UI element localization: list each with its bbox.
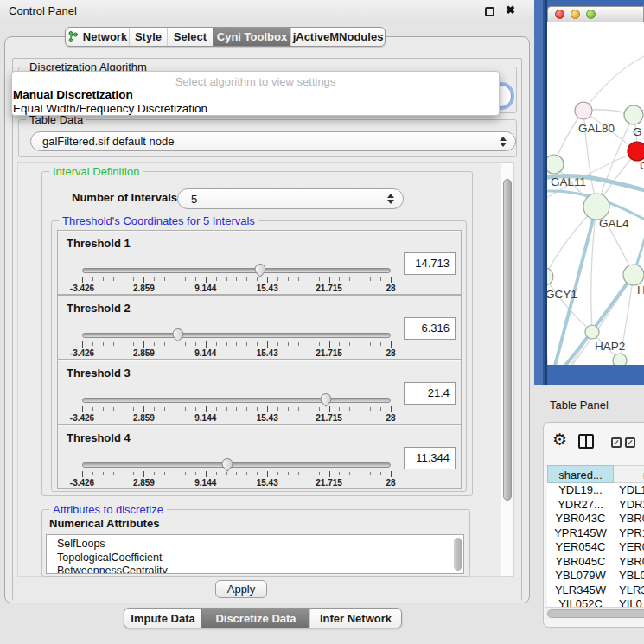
- slider-minor-ticks: [82, 407, 392, 411]
- table-row[interactable]: YIL052CYIL0: [547, 597, 644, 607]
- network-edge[interactable]: [583, 48, 644, 111]
- interval-definition-group: Interval Definition Number of Intervals …: [41, 171, 473, 496]
- table-row[interactable]: YLR345WYLR3: [547, 583, 644, 598]
- dropdown-option-equal-width-frequency[interactable]: Equal Width/Frequency Discretization: [13, 102, 207, 115]
- list-item[interactable]: BetweennessCentrality: [47, 564, 463, 574]
- numerical-attributes-label: Numerical Attributes: [49, 517, 159, 530]
- slider-thumb[interactable]: [220, 456, 235, 471]
- tab-network[interactable]: Network: [66, 28, 129, 46]
- threshold-label: Threshold 1: [67, 237, 131, 250]
- checkbox-icon[interactable]: ✓: [611, 437, 622, 448]
- network-node[interactable]: [613, 354, 627, 365]
- num-intervals-value: 5: [191, 189, 197, 209]
- tab-label: Network: [83, 30, 127, 43]
- slider-track[interactable]: [82, 333, 391, 338]
- column-header-name[interactable]: n: [614, 465, 644, 483]
- threshold-slider[interactable]: -3.4262.8599.14415.4321.71528: [82, 392, 391, 423]
- network-node-label: GAL80: [578, 122, 615, 135]
- tab-jactivemnodules[interactable]: jActiveMNodules: [290, 28, 385, 46]
- tab-style[interactable]: Style: [129, 28, 167, 46]
- scrollbar-thumb[interactable]: [547, 609, 644, 618]
- settings-scroll-viewport: Interval Definition Number of Intervals …: [17, 162, 507, 577]
- list-scrollbar-thumb[interactable]: [454, 538, 462, 571]
- table-data-group: Table Data galFiltered.sif default node: [18, 119, 517, 157]
- threshold-slider[interactable]: -3.4262.8599.14415.4321.71528: [82, 327, 391, 358]
- list-item[interactable]: TopologicalCoefficient: [47, 552, 463, 565]
- network-node-label: GAL4: [599, 217, 629, 230]
- network-node[interactable]: [583, 194, 609, 220]
- checkbox-icon[interactable]: ✓: [625, 437, 635, 448]
- list-item[interactable]: SelfLoops: [47, 535, 463, 552]
- table-panel: ⚙ ✓ ✓ shared... n YDL19...YDL1 YDR27...Y…: [543, 422, 644, 628]
- tab-select[interactable]: Select: [167, 28, 213, 46]
- network-node[interactable]: [585, 325, 599, 339]
- table-horizontal-scrollbar[interactable]: [545, 607, 644, 619]
- table-row[interactable]: YDL19...YDL1: [547, 483, 644, 498]
- threshold-value-field[interactable]: 6.316: [404, 317, 456, 340]
- threshold-value-field[interactable]: 14.713: [404, 252, 456, 275]
- tab-discretize-data[interactable]: Discretize Data: [201, 609, 309, 628]
- network-node-label: H: [637, 284, 644, 296]
- slider-thumb[interactable]: [318, 391, 334, 406]
- close-traffic-light[interactable]: [555, 10, 564, 19]
- column-header-shared[interactable]: shared...: [547, 465, 614, 483]
- slider-thumb[interactable]: [252, 261, 268, 277]
- threshold-value-field[interactable]: 11.344: [404, 447, 456, 469]
- panel-title: Control Panel: [9, 0, 77, 22]
- table-row[interactable]: YDR27...YDR2: [547, 498, 644, 513]
- network-node[interactable]: [623, 265, 644, 285]
- network-node-label: GAL11: [551, 175, 586, 188]
- slider-track[interactable]: [82, 462, 391, 468]
- num-intervals-spinner[interactable]: 5: [177, 188, 404, 209]
- settings-scrollbar[interactable]: [501, 162, 514, 577]
- table-row[interactable]: YBL079WYBL0: [547, 569, 644, 583]
- table-data-combo[interactable]: galFiltered.sif default node: [30, 131, 516, 151]
- slider-minor-ticks: [82, 277, 392, 281]
- tab-cyni-toolbox[interactable]: Cyni Toolbox: [213, 28, 290, 46]
- threshold-value-field[interactable]: 21.4: [404, 382, 456, 405]
- threshold-slider[interactable]: -3.4262.8599.14415.4321.71528: [82, 456, 391, 488]
- network-edge[interactable]: [551, 360, 620, 365]
- bottom-tab-bar: Impute Data Discretize Data Infer Networ…: [124, 608, 402, 628]
- network-window-titlebar[interactable]: [547, 6, 644, 22]
- thresholds-group: Threshold's Coordinates for 5 Intervals …: [51, 220, 467, 492]
- network-edge[interactable]: [634, 201, 644, 275]
- algorithm-dropdown-popup: Select algorithm to view settings Manual…: [11, 71, 500, 116]
- zoom-traffic-light[interactable]: [586, 10, 596, 19]
- gear-icon[interactable]: ⚙: [552, 431, 567, 449]
- table-row[interactable]: YBR045CYBR0: [547, 555, 644, 570]
- close-icon[interactable]: ✖: [506, 3, 515, 16]
- table-row[interactable]: YBR043CYBR0: [547, 512, 644, 526]
- slider-track[interactable]: [82, 268, 391, 273]
- table-row[interactable]: YPR145WYPR1: [547, 526, 644, 541]
- network-canvas[interactable]: GAL80GCGAL11GAL4GCY1HHAP2: [547, 22, 644, 365]
- scrollbar-thumb[interactable]: [503, 179, 512, 501]
- network-node[interactable]: [547, 268, 553, 285]
- minimize-traffic-light[interactable]: [571, 10, 580, 19]
- table-rows: YDL19...YDL1 YDR27...YDR2 YBR043CYBR0 YP…: [547, 483, 644, 607]
- network-node-label: G: [633, 125, 642, 138]
- columns-icon[interactable]: [578, 434, 594, 449]
- network-node[interactable]: [547, 155, 564, 174]
- attributes-list: SelfLoops TopologicalCoefficient Between…: [46, 534, 464, 574]
- slider-thumb[interactable]: [169, 326, 185, 341]
- dropdown-option-manual-discretization[interactable]: Manual Discretization: [13, 88, 133, 101]
- top-tab-bar: Network Style Select Cyni Toolbox jActiv…: [65, 27, 386, 47]
- interval-group-title: Interval Definition: [49, 165, 143, 178]
- tab-infer-network[interactable]: Infer Network: [309, 609, 401, 628]
- network-node[interactable]: [575, 102, 592, 119]
- slider-minor-ticks: [82, 342, 392, 346]
- network-node-label: C: [640, 159, 644, 172]
- tab-impute-data[interactable]: Impute Data: [124, 609, 201, 628]
- slider-track[interactable]: [82, 398, 391, 403]
- threshold-slider[interactable]: -3.4262.8599.14415.4321.71528: [82, 262, 391, 293]
- network-icon: [67, 31, 79, 42]
- thresholds-group-title: Threshold's Coordinates for 5 Intervals: [59, 214, 258, 227]
- threshold-panel: Threshold 3 -3.4262.8599.14415.4321.7152…: [57, 360, 462, 424]
- table-row[interactable]: YER054CYER0: [547, 540, 644, 555]
- apply-button[interactable]: Apply: [215, 580, 267, 598]
- network-node[interactable]: [624, 105, 643, 124]
- float-window-icon[interactable]: [485, 7, 494, 16]
- cyni-toolbox-panel: Discretization Algorithm Table Data galF…: [12, 58, 522, 601]
- network-node[interactable]: [628, 142, 644, 161]
